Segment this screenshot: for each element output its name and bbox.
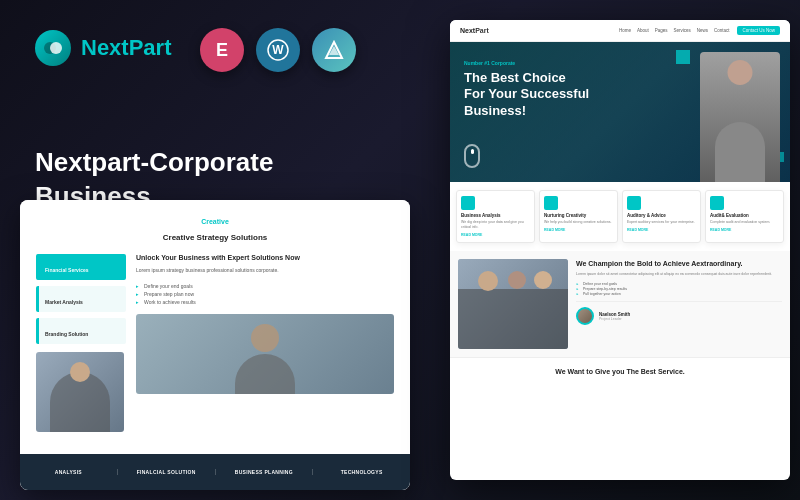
lm-brand: Creative bbox=[36, 218, 394, 225]
rm-service-icon-2 bbox=[544, 196, 558, 210]
elementor-icon: E bbox=[200, 28, 244, 72]
rm-testimonial-role: Project Leader bbox=[599, 317, 630, 321]
rm-service-icon-4 bbox=[710, 196, 724, 210]
rm-service-card-4: Audit& Evaluation Complete audit and eva… bbox=[705, 190, 784, 243]
rm-bullet-1: Define your end goals bbox=[576, 282, 782, 286]
lm-bottom-bar: ANALYSIS FINALCIAL SOLUTION BUSINESS PLA… bbox=[20, 454, 410, 490]
rm-champion: We Champion the Bold to Achieve Aextraor… bbox=[450, 251, 790, 357]
lm-bullet-1: Define your end goals bbox=[136, 282, 394, 290]
lm-main-sub: Lorem ipsum strategy business profession… bbox=[136, 267, 394, 274]
rm-bullet-3: Pull together your action bbox=[576, 292, 782, 296]
rm-champion-title: We Champion the Bold to Achieve Aextraor… bbox=[576, 259, 782, 268]
rm-hero-title-l1: The Best Choice bbox=[464, 70, 776, 86]
lm-bottom-item-2: FINALCIAL SOLUTION bbox=[117, 469, 215, 475]
lm-sidebar-label-1: Financial Services bbox=[45, 267, 89, 273]
left-mockup-inner: Creative Creative Strategy Solutions Fin… bbox=[20, 200, 410, 490]
rm-service-link-1[interactable]: READ MORE bbox=[461, 233, 530, 237]
rm-service-desc-1: We dig deep into your data and give you … bbox=[461, 220, 530, 230]
rm-nav: NextPart Home About Pages Services News … bbox=[450, 20, 790, 42]
rm-testimonial-info: Naelson Smith Project Leader bbox=[599, 312, 630, 321]
rm-nav-pages: Pages bbox=[655, 28, 668, 33]
rm-service-title-3: Auditory & Advice bbox=[627, 213, 696, 218]
logo-text: NextPart bbox=[81, 35, 171, 61]
rm-hero-title-l2: For Your Successful bbox=[464, 86, 776, 102]
lm-people-image bbox=[36, 352, 124, 432]
svg-text:W: W bbox=[272, 43, 284, 57]
plugin-icons: E W bbox=[200, 28, 356, 72]
left-mockup: Creative Creative Strategy Solutions Fin… bbox=[20, 200, 410, 490]
rm-nav-brand: NextPart bbox=[460, 27, 489, 34]
lm-sidebar-label-2: Market Analysis bbox=[45, 299, 83, 305]
lm-main-content: Unlock Your Business with Expert Solutio… bbox=[136, 254, 394, 414]
svg-point-1 bbox=[50, 42, 62, 54]
rm-testimonial-name: Naelson Smith bbox=[599, 312, 630, 317]
rm-champion-text: Lorem ipsum dolor sit amet consectetur a… bbox=[576, 272, 782, 277]
lm-sidebar-item-2: Market Analysis bbox=[36, 286, 126, 312]
rm-nav-links: Home About Pages Services News Contact bbox=[619, 28, 730, 33]
rm-best-title: We Want to Give you The Best Service. bbox=[458, 368, 782, 375]
lm-bottom-item-4: TECHNOLOGYS bbox=[312, 469, 410, 475]
rm-service-card-2: Nurturing Creativity We help you build s… bbox=[539, 190, 618, 243]
rm-service-icon-3 bbox=[627, 196, 641, 210]
rm-service-link-2[interactable]: READ MORE bbox=[544, 228, 613, 232]
lm-bullet-2: Prepare step plan now bbox=[136, 290, 394, 298]
rm-service-title-4: Audit& Evaluation bbox=[710, 213, 779, 218]
plugin3-icon bbox=[312, 28, 356, 72]
lm-bullets: Define your end goals Prepare step plan … bbox=[136, 282, 394, 306]
rm-nav-cta-button[interactable]: Contact Us Now bbox=[737, 26, 780, 35]
rm-hero-title-l3: Business! bbox=[464, 103, 776, 119]
rm-champion-content: We Champion the Bold to Achieve Aextraor… bbox=[576, 259, 782, 349]
rm-service-title-1: Business Analysis bbox=[461, 213, 530, 218]
lm-title: Creative Strategy Solutions bbox=[36, 233, 394, 242]
rm-nav-services: Services bbox=[673, 28, 690, 33]
lm-main-title: Unlock Your Business with Expert Solutio… bbox=[136, 254, 394, 261]
rm-bullet-2: Prepare step-by-step results bbox=[576, 287, 782, 291]
lm-bottom-item-3: BUSINESS PLANNING bbox=[215, 469, 313, 475]
lm-sidebar-item-3: Branding Solution bbox=[36, 318, 126, 344]
rm-hero: Number #1 Corporate The Best Choice For … bbox=[450, 42, 790, 182]
rm-service-desc-2: We help you build strong creative soluti… bbox=[544, 220, 613, 225]
logo-part: Part bbox=[129, 35, 172, 60]
logo-next: Next bbox=[81, 35, 129, 60]
rm-champion-bullets: Define your end goals Prepare step-by-st… bbox=[576, 282, 782, 296]
wordpress-icon: W bbox=[256, 28, 300, 72]
rm-service-card-3: Auditory & Advice Expert auditory servic… bbox=[622, 190, 701, 243]
rm-champion-img bbox=[458, 259, 568, 349]
lm-sidebar-label-3: Branding Solution bbox=[45, 331, 88, 337]
rm-nav-contact: Contact bbox=[714, 28, 730, 33]
rm-nav-about: About bbox=[637, 28, 649, 33]
rm-hero-title: The Best Choice For Your Successful Busi… bbox=[464, 70, 776, 119]
lm-sidebar-item-1: Financial Services bbox=[36, 254, 126, 280]
lm-bullet-3: Work to achieve results bbox=[136, 298, 394, 306]
rm-scroll-indicator bbox=[464, 144, 480, 168]
logo-icon bbox=[35, 30, 71, 66]
lm-content: Financial Services Market Analysis Brand… bbox=[36, 254, 394, 414]
rm-service-desc-3: Expert auditory services for your enterp… bbox=[627, 220, 696, 225]
rm-scroll-dot bbox=[471, 149, 474, 154]
rm-best-service: We Want to Give you The Best Service. bbox=[450, 357, 790, 385]
rm-testimonial: Naelson Smith Project Leader bbox=[576, 301, 782, 325]
rm-service-desc-4: Complete audit and evaluation system. bbox=[710, 220, 779, 225]
lm-main-image bbox=[136, 314, 394, 394]
right-mockup: NextPart Home About Pages Services News … bbox=[450, 20, 790, 480]
rm-nav-news: News bbox=[697, 28, 708, 33]
rm-services: Business Analysis We dig deep into your … bbox=[450, 182, 790, 251]
rm-service-link-4[interactable]: READ MORE bbox=[710, 228, 779, 232]
lm-bottom-item-1: ANALYSIS bbox=[20, 469, 117, 475]
rm-hero-label: Number #1 Corporate bbox=[464, 60, 776, 66]
lm-sidebar: Financial Services Market Analysis Brand… bbox=[36, 254, 126, 414]
rm-service-title-2: Nurturing Creativity bbox=[544, 213, 613, 218]
rm-service-link-3[interactable]: READ MORE bbox=[627, 228, 696, 232]
rm-service-icon-1 bbox=[461, 196, 475, 210]
rm-nav-home: Home bbox=[619, 28, 631, 33]
rm-service-card-1: Business Analysis We dig deep into your … bbox=[456, 190, 535, 243]
rm-avatar bbox=[576, 307, 594, 325]
